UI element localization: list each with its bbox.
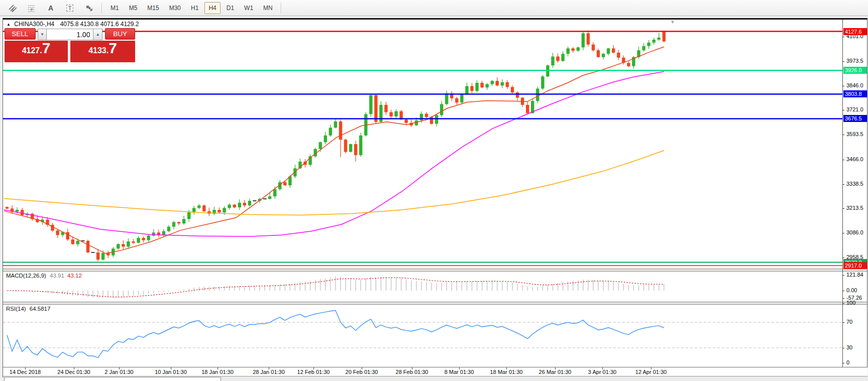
timeframe-button-m1[interactable]: M1 [106,2,123,14]
horizontal-scrollbar[interactable] [3,376,867,381]
timeframe-button-m30[interactable]: M30 [165,2,185,14]
macd-pane[interactable] [3,272,842,302]
scrollbar-thumb[interactable] [4,377,221,381]
axis-tick-mark [842,233,844,233]
axis-tick-mark [842,61,844,62]
axis-tick-mark [842,208,844,209]
price-axis-label: 3721.0 [846,106,863,112]
sell-button[interactable]: SELL [5,28,36,40]
price-axis-label: 3338.5 [846,181,863,187]
timeframe-bar: M1M5M15M30H1H4D1W1MN [105,2,278,14]
axis-tick-mark [842,37,844,37]
buy-price[interactable]: 4133.7 [70,41,135,62]
date-axis-label: 14 Dec 2018 [10,369,41,375]
macd-axis-label: 121.84 [846,272,863,278]
price-axis-label: 3593.5 [846,131,863,137]
timeframe-button-h1[interactable]: H1 [187,2,202,14]
timeframe-button-mn[interactable]: MN [259,2,277,14]
price-level-badge: 2917.0 [843,262,867,269]
axis-tick-mark [842,258,844,258]
axis-tick-mark [842,298,844,299]
axis-tick-mark [842,110,844,110]
date-axis-label: 20 Feb 01:30 [346,369,378,375]
date-axis-label: 3 Apr 01:30 [588,369,616,375]
axis-tick-mark [842,184,844,185]
macd-label: MACD(12,26,9) 43.91 43.12 [6,273,82,279]
timeframe-button-m15[interactable]: M15 [143,2,163,14]
axis-tick-mark [842,291,844,291]
date-axis-label: 18 Mar 01:30 [490,369,523,375]
date-axis[interactable]: 14 Dec 201824 Dec 01:302 Jan 01:3010 Jan… [3,367,867,376]
timeframe-button-w1[interactable]: W1 [240,2,257,14]
rsi-pane-separator[interactable] [3,302,867,305]
price-level-badge: 3676.5 [843,115,867,122]
price-level-badge: 4127.6 [843,28,867,35]
macd-signal-value: 43.12 [67,273,82,279]
toolbar: E F A T ▾ M1M5M15M30H1H4D1W1MN [0,0,868,16]
toolbar-separator [101,3,102,14]
price-axis-label: 3086.0 [846,229,863,235]
buy-button[interactable]: BUY [105,28,135,40]
equidistant-channel-icon[interactable]: E [4,2,22,15]
axis-tick-mark [842,275,844,276]
price-axis-label: 3466.0 [846,156,863,162]
fibonacci-icon[interactable]: F [23,2,41,15]
rsi-value: 64.5817 [30,306,51,312]
rsi-axis-label: 30 [846,344,852,350]
macd-pane-separator[interactable] [3,269,867,272]
rsi-axis-label: 100 [846,300,855,306]
timeframe-button-h4[interactable]: H4 [204,2,220,14]
axis-tick-mark [842,348,844,348]
volume-increase-button[interactable]: ▲ [93,29,102,40]
date-axis-label: 10 Jan 01:30 [155,369,187,375]
macd-axis-label: 0.00 [846,287,857,293]
rsi-axis-label: 0 [846,359,849,365]
sell-price[interactable]: 4127.7 [5,41,68,62]
toolbar-separator [281,3,282,14]
timeframe-button-d1[interactable]: D1 [223,2,238,14]
date-axis-label: 28 Jan 01:30 [253,369,285,375]
axis-tick-mark [842,160,844,160]
timeframe-button-m5[interactable]: M5 [125,2,142,14]
macd-main-value: 43.91 [50,273,64,279]
axis-tick-mark [842,135,844,135]
one-click-trading-panel: SELL ▼ ▲ BUY 4127.7 4133.7 [5,28,135,62]
date-axis-label: 26 Mar 01:30 [539,369,572,375]
axis-tick-mark [842,322,844,323]
price-axis-label: 3846.0 [846,82,863,88]
text-label-icon[interactable]: T [61,2,79,15]
price-axis-label: 3973.5 [846,58,863,64]
rsi-label: RSI(14) 64.5817 [6,306,50,312]
date-axis-label: 18 Jan 01:30 [201,369,234,375]
axis-tick-mark [842,363,844,363]
date-axis-label: 2 Jan 01:30 [104,369,134,375]
fibonacci-glyph [28,4,36,12]
volume-input[interactable] [47,29,93,40]
date-axis-label: 12 Feb 01:30 [297,369,330,375]
chart-shift-marker-icon: ▼ [670,19,675,25]
date-axis-label: 28 Feb 01:30 [396,369,428,375]
axis-tick-mark [842,86,844,86]
date-axis-label: 12 Apr 01:30 [635,369,667,375]
rsi-pane[interactable] [3,303,842,367]
price-level-badge: 3803.8 [843,90,867,97]
arrows-icon[interactable]: ▾ [80,2,98,15]
date-axis-label: 24 Dec 01:30 [57,369,90,375]
equidistant-channel-glyph [9,4,17,12]
rsi-axis-label: 70 [846,319,852,325]
axis-tick-mark [842,303,844,304]
price-level-badge: 3926.0 [843,67,867,74]
arrows-glyph [85,4,93,12]
text-icon[interactable]: A [42,2,60,15]
date-axis-label: 8 Mar 01:30 [445,369,474,375]
price-axis-label: 3213.5 [846,205,863,211]
volume-decrease-button[interactable]: ▼ [38,29,47,40]
